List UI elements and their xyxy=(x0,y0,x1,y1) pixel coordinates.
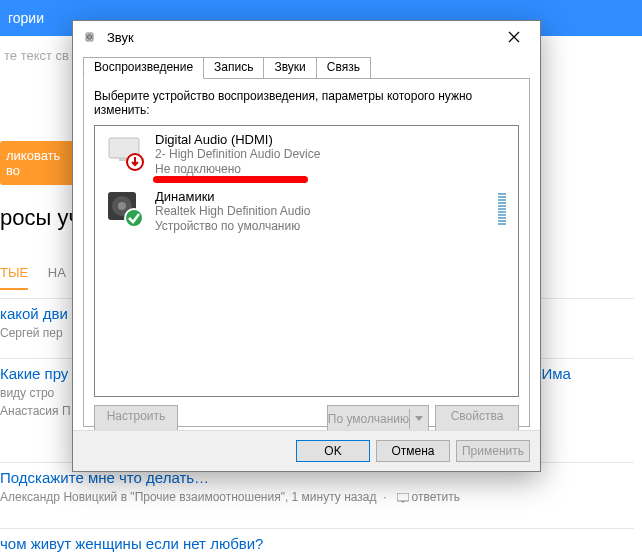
device-item-hdmi[interactable]: Digital Audio (HDMI) 2- High Definition … xyxy=(95,126,518,183)
device-list[interactable]: Digital Audio (HDMI) 2- High Definition … xyxy=(94,125,519,397)
question-link[interactable]: Какие пру тальные? Има xyxy=(0,365,68,382)
tab-recording[interactable]: Запись xyxy=(203,57,264,79)
page-tabs: ТЫЕ НА xyxy=(0,265,66,280)
search-placeholder[interactable]: те текст св xyxy=(0,40,80,71)
publish-button[interactable]: ликовать во xyxy=(0,141,80,185)
tab-playback[interactable]: Воспроизведение xyxy=(83,57,204,79)
tab-open[interactable]: ТЫЕ xyxy=(0,265,28,290)
speaker-device-icon xyxy=(105,189,145,229)
question-meta: Александр Новицкий в "Прочие взаимоотнош… xyxy=(0,490,634,504)
tab-row: Воспроизведение Запись Звуки Связь xyxy=(83,57,530,79)
nav-item[interactable]: гории xyxy=(8,10,44,26)
tab-pane: Выберите устройство воспроизведения, пар… xyxy=(83,78,530,427)
device-name: Digital Audio (HDMI) xyxy=(155,132,320,147)
tab-communications[interactable]: Связь xyxy=(316,57,371,79)
svg-rect-0 xyxy=(397,493,409,501)
svg-point-2 xyxy=(87,35,92,40)
reply-link[interactable]: ответить xyxy=(397,490,460,504)
dialog-footer: OK Отмена Применить xyxy=(73,430,540,471)
device-driver: 2- High Definition Audio Device xyxy=(155,147,320,162)
sound-dialog: Звук Воспроизведение Запись Звуки Связь … xyxy=(72,20,541,472)
dialog-title: Звук xyxy=(107,30,494,45)
tab-other[interactable]: НА xyxy=(48,265,66,280)
svg-point-8 xyxy=(118,202,126,210)
close-button[interactable] xyxy=(494,23,534,51)
question-item: чом живут женщины если нет любви? xyxy=(0,528,634,552)
configure-button: Настроить xyxy=(94,405,178,433)
volume-meter xyxy=(498,193,506,226)
device-status: Не подключено xyxy=(155,162,320,177)
properties-button: Свойства xyxy=(435,405,519,433)
question-link[interactable]: чом живут женщины если нет любви? xyxy=(0,535,263,552)
set-default-button: По умолчанию xyxy=(327,405,429,433)
annotation-underline xyxy=(153,176,308,183)
question-link[interactable]: какой дви xyxy=(0,305,68,322)
device-driver: Realtek High Definition Audio xyxy=(155,204,310,219)
device-item-speakers[interactable]: Динамики Realtek High Definition Audio У… xyxy=(95,183,518,240)
pane-hint: Выберите устройство воспроизведения, пар… xyxy=(94,89,519,117)
speaker-icon xyxy=(83,29,99,45)
tab-sounds[interactable]: Звуки xyxy=(263,57,316,79)
cancel-button[interactable]: Отмена xyxy=(376,440,450,462)
chevron-down-icon xyxy=(409,409,428,429)
device-name: Динамики xyxy=(155,189,310,204)
dialog-titlebar[interactable]: Звук xyxy=(73,21,540,53)
svg-point-9 xyxy=(125,209,143,227)
section-header: росы уч xyxy=(0,205,80,231)
monitor-icon xyxy=(105,132,145,172)
apply-button: Применить xyxy=(456,440,530,462)
ok-button[interactable]: OK xyxy=(296,440,370,462)
device-status: Устройство по умолчанию xyxy=(155,219,310,234)
